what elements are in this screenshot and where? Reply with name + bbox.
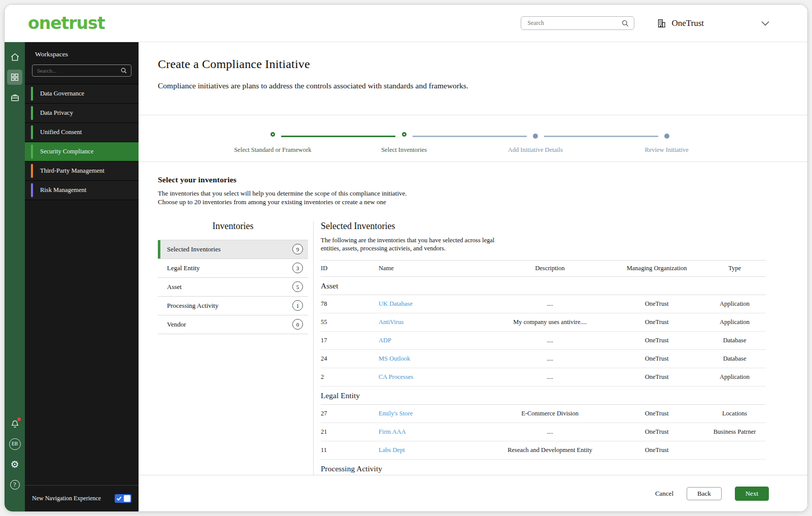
global-search-input[interactable]: [527, 19, 621, 27]
cell-description: ....: [490, 332, 610, 350]
app-body: EB ⚙ ? Workspaces Data GovernanceData Pr…: [5, 42, 807, 511]
sidebar-item-unified-consent[interactable]: Unified Consent: [25, 123, 139, 142]
home-icon[interactable]: [7, 49, 22, 64]
building-icon: [657, 18, 666, 28]
cell-name: Labs Dept: [379, 441, 490, 460]
workspaces-search[interactable]: [32, 64, 131, 77]
selected-inventories-title: Selected Inventories: [321, 221, 766, 232]
workspaces-grid-icon[interactable]: [7, 70, 22, 85]
table-row: 27Emily's StoreE-Commerce DivisionOneTru…: [321, 405, 766, 423]
sidebar-footer: New Navigation Experience: [25, 485, 139, 511]
avatar[interactable]: EB: [7, 436, 22, 452]
cell-managing-organization: OneTrust: [610, 313, 703, 332]
top-bar: onetrust OneTrust: [5, 5, 807, 42]
next-button[interactable]: Next: [735, 487, 769, 501]
cell-description: ....: [490, 295, 610, 313]
selected-inventories-panel: Selected Inventories The following are t…: [314, 221, 766, 475]
cell-type: Application: [703, 295, 766, 313]
count-badge: 0: [292, 319, 303, 330]
new-nav-toggle[interactable]: [115, 494, 131, 503]
cell-description: ....: [490, 350, 610, 368]
sidebar-item-label: Security Compliance: [40, 148, 93, 155]
table-row: 2CA Processes....OneTrustApplication: [321, 368, 766, 386]
inventory-filter-label: Selected Inventories: [167, 245, 221, 253]
page-subtitle: Compliance initiatives are plans to addr…: [158, 81, 807, 90]
check-icon: [116, 496, 122, 501]
cell-type: Locations: [703, 405, 766, 423]
help-icon[interactable]: ?: [7, 477, 22, 492]
table-row: 17ADP....OneTrustDatabase: [321, 332, 766, 350]
briefcase-icon[interactable]: [7, 90, 22, 105]
sidebar-item-third-party-management[interactable]: Third-Party Management: [25, 162, 139, 181]
inventory-filter-selected-inventories[interactable]: Selected Inventories9: [158, 240, 308, 259]
group-label: Processing Activity: [321, 460, 766, 475]
inventory-filter-processing-activity[interactable]: Processing Activity1: [158, 297, 308, 315]
workspaces-list: Data GovernanceData PrivacyUnified Conse…: [25, 84, 139, 200]
col-name: Name: [379, 261, 490, 277]
table-header-row: ID Name Description Managing Organizatio…: [321, 261, 766, 277]
sidebar-item-data-privacy[interactable]: Data Privacy: [25, 104, 139, 123]
inventory-filter-asset[interactable]: Asset5: [158, 278, 308, 297]
step-review-initiative[interactable]: Review Initiative: [601, 132, 732, 162]
cell-type: Database: [703, 350, 766, 368]
cell-type: Database: [703, 332, 766, 350]
inventory-link[interactable]: Labs Dept: [379, 446, 405, 454]
org-name: OneTrust: [671, 18, 704, 28]
group-label: Legal Entity: [321, 386, 766, 405]
inventory-link[interactable]: ADP: [379, 337, 391, 344]
search-icon: [120, 67, 127, 74]
cell-id: 2: [321, 368, 379, 386]
workspaces-sidebar: Workspaces Data GovernanceData PrivacyUn…: [25, 42, 139, 511]
step-label: Select Standard or Framework: [207, 146, 339, 154]
section-title: Select your inventories: [158, 175, 766, 184]
inventory-link[interactable]: AntiVirus: [379, 318, 403, 326]
cell-name: UK Database: [379, 295, 490, 313]
table-row: 11Labs DeptReseach and Development Entit…: [321, 441, 766, 460]
inventory-filter-legal-entity[interactable]: Legal Entity3: [158, 259, 308, 278]
inventory-link[interactable]: UK Database: [379, 300, 413, 307]
page-header: Create a Compliance Initiative Complianc…: [139, 42, 807, 115]
work-area: Select your inventories The inventories …: [139, 162, 807, 475]
cell-id: 21: [321, 423, 379, 441]
onetrust-logo: onetrust: [28, 13, 105, 33]
inventory-filter-vendor[interactable]: Vendor0: [158, 315, 308, 334]
table-row: 55AntiVirusMy company uses antivire....O…: [321, 313, 766, 332]
step-node: [402, 132, 407, 137]
cancel-button[interactable]: Cancel: [655, 490, 673, 498]
inventory-link[interactable]: Firm AAA: [379, 428, 406, 435]
org-selector[interactable]: OneTrust: [657, 18, 704, 28]
inventory-filter-label: Vendor: [167, 320, 186, 329]
inventory-link[interactable]: MS Outlook: [379, 355, 410, 362]
inventory-link[interactable]: Emily's Store: [379, 410, 413, 417]
col-type: Type: [703, 261, 766, 277]
inventory-filter-label: Asset: [167, 283, 182, 291]
cell-name: Emily's Store: [379, 405, 490, 423]
sidebar-item-data-governance[interactable]: Data Governance: [25, 84, 139, 104]
back-button[interactable]: Back: [687, 487, 722, 500]
chevron-down-icon[interactable]: [761, 20, 770, 26]
bell-icon[interactable]: [7, 416, 22, 431]
global-search[interactable]: [521, 16, 634, 30]
table-row: 21Firm AAA....OneTrustBusiness Patrner: [321, 423, 766, 441]
step-label: Review Initiative: [601, 146, 732, 154]
sidebar-item-risk-management[interactable]: Risk Management: [25, 181, 139, 200]
gear-icon[interactable]: ⚙: [7, 457, 22, 472]
notification-dot: [17, 417, 21, 421]
workspace-color-bar: [31, 164, 33, 178]
workspaces-search-input[interactable]: [37, 68, 120, 74]
sidebar-item-security-compliance[interactable]: Security Compliance: [25, 142, 139, 162]
cell-id: 27: [321, 405, 379, 423]
cell-type: Business Patrner: [703, 423, 766, 441]
cell-managing-organization: OneTrust: [610, 405, 703, 423]
cell-name: AntiVirus: [379, 313, 490, 332]
workspace-color-bar: [31, 145, 33, 158]
icon-rail: EB ⚙ ?: [5, 42, 25, 511]
inventories-panel: Inventories Selected Inventories9Legal E…: [158, 221, 308, 475]
step-node: [664, 134, 669, 139]
cell-description: My company uses antivire....: [490, 313, 610, 332]
search-icon: [621, 19, 629, 27]
cell-type: [703, 441, 766, 460]
selected-inventories-description: The following are the inventories that y…: [321, 236, 514, 253]
group-label: Asset: [321, 277, 766, 295]
inventory-link[interactable]: CA Processes: [379, 373, 413, 380]
